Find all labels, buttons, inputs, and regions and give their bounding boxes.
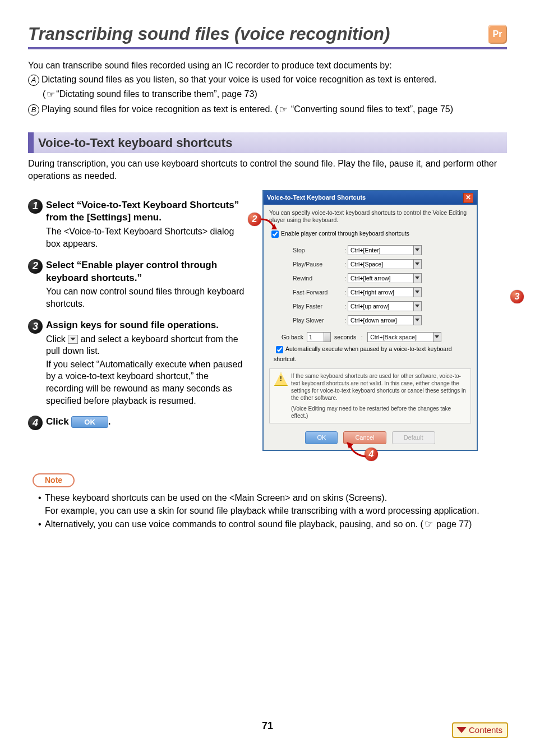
step-2-body: You can now control sound files through … [46, 285, 247, 310]
pr-badge: Pr [488, 25, 507, 44]
auto-execute-label: Automatically execute when paused by a v… [274, 345, 452, 362]
step-3-body2: If you select “Automatically execute whe… [46, 358, 247, 407]
callout-4: 4 [365, 448, 378, 461]
note-item: These keyboard shortcuts can be used on … [38, 492, 507, 504]
reference-icon: ☞ [47, 89, 55, 102]
section-desc: During transcription, you can use keyboa… [28, 158, 507, 182]
dialog-default-button[interactable]: Default [392, 431, 435, 444]
intro-a: ADictating sound files as you listen, so… [28, 73, 507, 86]
circle-a-icon: A [28, 75, 39, 86]
dropdown-arrow-icon [68, 335, 78, 344]
shortcut-row: Play Faster: Ctrl+[up arrow] [293, 301, 471, 311]
shortcut-row: Stop: Ctrl+[Enter] [293, 245, 471, 255]
step-4-icon: 4 [28, 416, 43, 430]
step-2-head: Select “Enable player control through ke… [46, 259, 247, 285]
shortcut-dropdown[interactable]: Ctrl+[down arrow] [348, 315, 422, 325]
dialog-desc: You can specify voice-to-text keyboard s… [269, 209, 471, 224]
note-item-sub: For example, you can use a skin for soun… [28, 505, 507, 517]
contents-link[interactable]: Contents [452, 722, 508, 738]
intro-b: BPlaying sound files for voice recogniti… [28, 103, 507, 116]
shortcut-row: Play/Pause: Ctrl+[Space] [293, 259, 471, 269]
reference-icon: ☞ [279, 104, 288, 117]
warning-box: If the same keyboard shortcuts are used … [269, 368, 471, 423]
dialog-cancel-button[interactable]: Cancel [343, 431, 386, 444]
callout-3: 3 [510, 290, 524, 303]
ok-button[interactable]: OK [71, 416, 108, 428]
auto-execute-checkbox[interactable] [276, 346, 283, 353]
circle-b-icon: B [28, 104, 39, 116]
enable-shortcuts-checkbox[interactable] [271, 231, 279, 238]
goback-seconds-input[interactable]: 1 [307, 332, 331, 342]
warning-icon [274, 372, 288, 386]
shortcut-row: Rewind: Ctrl+[left arrow] [293, 273, 471, 283]
shortcut-row: Fast-Forward: Ctrl+[right arrow] [293, 287, 471, 297]
goback-dropdown[interactable]: Ctrl+[Back space] [367, 332, 441, 342]
step-1-body: The <Voice-to-Text Keyboard Shortcuts> d… [46, 225, 247, 250]
section-heading: Voice-to-Text keyboard shortcuts [28, 132, 507, 154]
close-icon[interactable]: ✕ [463, 193, 473, 203]
shortcut-table: Stop: Ctrl+[Enter] Play/Pause: Ctrl+[Spa… [293, 245, 471, 325]
shortcut-dropdown[interactable]: Ctrl+[up arrow] [348, 301, 422, 311]
goback-label: Go back [282, 333, 303, 341]
shortcuts-dialog: Voice-to-Text Keyboard Shortcuts ✕ You c… [262, 190, 478, 451]
step-1-icon: 1 [28, 199, 43, 214]
triangle-icon [456, 727, 467, 733]
dialog-title: Voice-to-Text Keyboard Shortcuts [267, 193, 366, 202]
callout-2: 2 [248, 213, 261, 226]
shortcut-dropdown[interactable]: Ctrl+[left arrow] [348, 273, 422, 283]
intro-lead: You can transcribe sound files recorded … [28, 59, 507, 72]
step-2-icon: 2 [28, 259, 43, 274]
shortcut-dropdown[interactable]: Ctrl+[Space] [348, 259, 422, 269]
dialog-ok-button[interactable]: OK [305, 431, 338, 444]
shortcut-dropdown[interactable]: Ctrl+[right arrow] [348, 287, 422, 297]
shortcut-row: Play Slower: Ctrl+[down arrow] [293, 315, 471, 325]
step-4-head: Click OK. [46, 416, 111, 428]
enable-shortcuts-label: Enable player control through keyboard s… [281, 230, 409, 237]
reference-icon: ☞ [425, 518, 433, 531]
shortcut-dropdown[interactable]: Ctrl+[Enter] [348, 245, 422, 255]
page-title: Transcribing sound files (voice recognit… [28, 22, 390, 46]
step-1-head: Select “Voice-to-Text Keyboard Shortcuts… [46, 199, 247, 225]
step-3-icon: 3 [28, 319, 43, 334]
step-3-body1: Click and select a keyboard shortcut fro… [46, 333, 247, 357]
step-3-head: Assign keys for sound file operations. [46, 319, 247, 332]
note-label: Note [33, 473, 75, 487]
note-item: Alternatively, you can use voice command… [38, 518, 507, 531]
